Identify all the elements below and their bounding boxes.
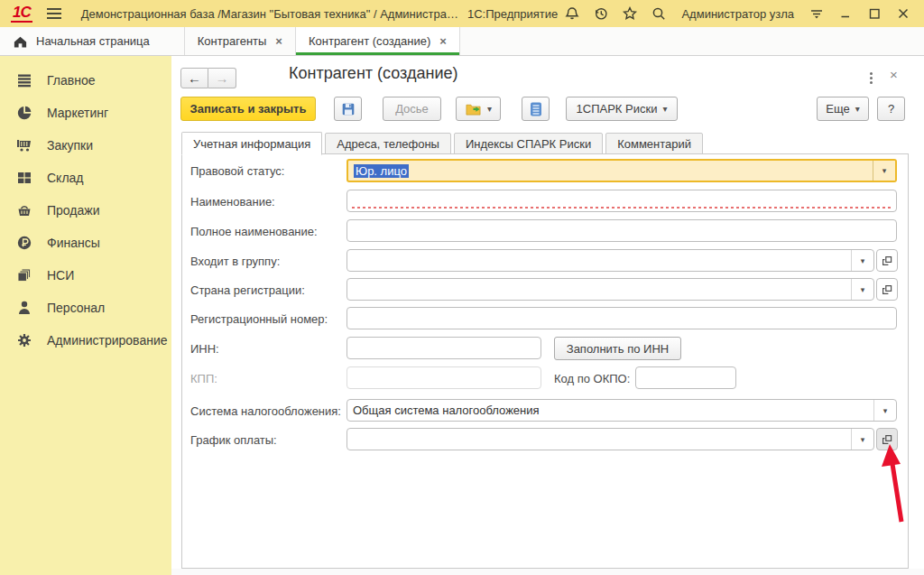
field-row-group: Входит в группу: ▾ — [182, 249, 908, 273]
save-and-close-button[interactable]: Записать и закрыть — [180, 97, 316, 121]
home-page-tab[interactable]: Начальная страница — [0, 27, 185, 55]
open-in-form-icon — [881, 433, 893, 446]
spark-risks-button[interactable]: 1СПАРК Риски ▾ — [566, 97, 678, 121]
form-close-icon[interactable]: × — [890, 67, 898, 82]
document-journal-button[interactable] — [522, 97, 550, 121]
okpo-input[interactable] — [635, 366, 736, 389]
gear-icon — [15, 331, 33, 349]
field-row-inn: ИНН: Заполнить по ИНН — [182, 337, 908, 360]
form-tab-label: Адреса, телефоны — [337, 137, 439, 151]
sidebar-item-label: Администрирование — [47, 333, 168, 348]
sidebar-item-sklad[interactable]: Склад — [0, 162, 171, 194]
close-icon[interactable] — [892, 4, 915, 23]
open-in-form-icon — [881, 283, 893, 296]
reg-number-input[interactable] — [346, 307, 897, 329]
chevron-down-icon[interactable]: ▾ — [873, 161, 895, 181]
sidebar-item-glavnoe[interactable]: Главное — [0, 64, 171, 97]
favorites-star-icon[interactable] — [618, 4, 642, 23]
tab-close-icon[interactable]: × — [275, 35, 282, 47]
country-value — [347, 279, 851, 300]
payment-schedule-combo[interactable]: ▾ — [346, 428, 874, 450]
person-icon — [15, 299, 33, 317]
fill-by-inn-button[interactable]: Заполнить по ИНН — [554, 337, 681, 360]
folder-send-icon — [465, 101, 482, 116]
sidebar-item-administrirovanie[interactable]: Администрирование — [0, 324, 171, 357]
maximize-icon[interactable] — [863, 4, 886, 23]
group-value — [347, 250, 851, 271]
more-button[interactable]: Еще ▾ — [817, 97, 869, 121]
chevron-down-icon: ▾ — [662, 104, 667, 114]
sections-sidebar: Главное Маркетинг Закупки — [0, 56, 171, 575]
group-open-button[interactable] — [876, 249, 898, 272]
tab-kontragenty[interactable]: Контрагенты × — [185, 27, 296, 55]
forward-button[interactable]: → — [208, 68, 236, 88]
inn-input[interactable] — [346, 337, 541, 359]
cart-icon — [15, 136, 33, 154]
tax-system-label: Система налогообложения: — [190, 399, 341, 422]
spark-risks-label: 1СПАРК Риски — [577, 102, 658, 116]
sidebar-item-personal[interactable]: Персонал — [0, 292, 171, 324]
chevron-down-icon[interactable]: ▾ — [851, 429, 873, 450]
tab-kontragent-create[interactable]: Контрагент (создание) × — [296, 27, 460, 55]
form-title: Контрагент (создание) — [289, 64, 457, 83]
tab-adresa-telefony[interactable]: Адреса, телефоны — [325, 133, 451, 154]
sidebar-item-zakupki[interactable]: Закупки — [0, 129, 171, 162]
sidebar-item-finansy[interactable]: Финансы — [0, 227, 171, 259]
tab-kommentarij[interactable]: Комментарий — [605, 133, 703, 154]
legal-status-combo[interactable]: Юр. лицо ▾ — [346, 159, 897, 182]
country-open-button[interactable] — [876, 278, 898, 301]
tax-system-combo[interactable]: Общая система налогообложения ▾ — [346, 399, 897, 422]
tax-system-value: Общая система налогообложения — [347, 400, 873, 421]
dossier-button[interactable]: Досье — [383, 97, 441, 121]
search-icon[interactable] — [647, 4, 670, 23]
main-menu-hamburger-icon[interactable] — [47, 8, 61, 19]
current-user[interactable]: Администратор узла — [681, 7, 794, 21]
kpp-label: КПП: — [190, 366, 217, 390]
sidebar-item-label: НСИ — [47, 268, 74, 283]
name-input[interactable] — [346, 190, 897, 212]
save-button[interactable] — [334, 97, 362, 121]
send-document-button[interactable]: ▾ — [456, 97, 501, 121]
chevron-down-icon: ▾ — [855, 104, 860, 114]
sidebar-item-label: Маркетинг — [47, 106, 108, 120]
minimize-icon[interactable] — [834, 4, 857, 23]
country-combo[interactable]: ▾ — [346, 278, 874, 301]
country-label: Страна регистрации: — [190, 278, 305, 301]
group-combo[interactable]: ▾ — [346, 249, 874, 272]
payment-schedule-open-button[interactable] — [876, 428, 898, 450]
payment-schedule-label: График оплаты: — [190, 428, 277, 451]
ruble-icon — [15, 234, 33, 252]
form-tab-label: Учетная информация — [193, 137, 310, 151]
tab-indeksy-spark-riski[interactable]: Индексы СПАРК Риски — [454, 133, 603, 154]
form-more-dots-icon[interactable] — [864, 70, 877, 86]
chevron-down-icon: ▾ — [487, 104, 492, 114]
workspace-bottom-strip — [171, 569, 924, 575]
full-name-input[interactable] — [346, 219, 897, 242]
env-tabbar: Начальная страница Контрагенты × Контраг… — [0, 27, 924, 56]
floppy-disk-icon — [340, 101, 356, 117]
notifications-bell-icon[interactable] — [560, 4, 584, 23]
field-row-payment-schedule: График оплаты: ▾ — [182, 428, 908, 451]
help-button[interactable]: ? — [877, 97, 905, 121]
sidebar-item-prodazhi[interactable]: Продажи — [0, 194, 171, 227]
sidebar-item-nsi[interactable]: НСИ — [0, 259, 171, 292]
help-label: ? — [888, 102, 894, 116]
chevron-down-icon[interactable]: ▾ — [851, 250, 873, 271]
dossier-label: Досье — [395, 102, 429, 116]
save-and-close-label: Записать и закрыть — [190, 102, 307, 116]
back-button[interactable]: ← — [180, 68, 208, 88]
sidebar-item-marketing[interactable]: Маркетинг — [0, 97, 171, 129]
chevron-down-icon[interactable]: ▾ — [873, 400, 896, 421]
tab-uchetnaya-informaciya[interactable]: Учетная информация — [181, 132, 322, 155]
name-label: Наименование: — [190, 190, 275, 213]
service-settings-icon[interactable] — [805, 4, 828, 23]
group-label: Входит в группу: — [190, 249, 280, 273]
chevron-down-icon[interactable]: ▾ — [851, 279, 873, 300]
legal-status-label: Правовой статус: — [190, 159, 284, 182]
field-row-tax-system: Система налогообложения: Общая система н… — [182, 399, 908, 422]
tab-close-icon[interactable]: × — [439, 35, 447, 47]
history-icon[interactable] — [589, 4, 613, 23]
open-in-form-icon — [881, 255, 893, 267]
sidebar-item-label: Продажи — [47, 203, 99, 218]
kpp-input[interactable] — [346, 366, 541, 389]
